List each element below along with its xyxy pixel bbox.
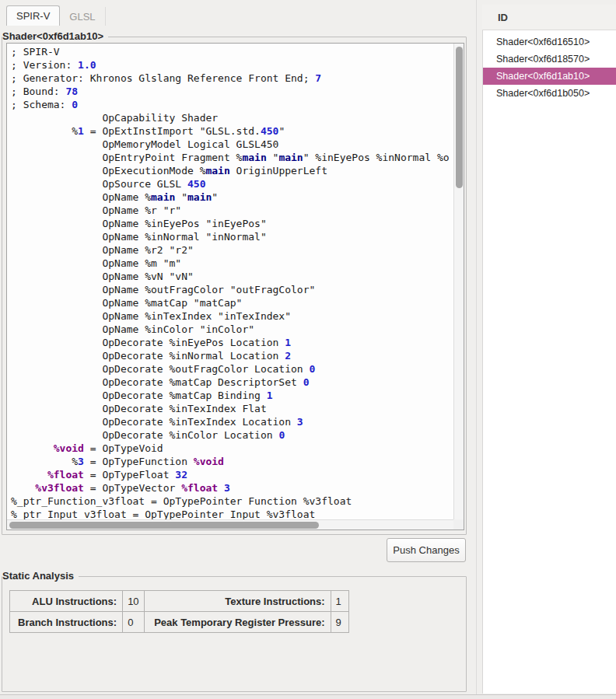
static-analysis-row: ALU Instructions:10Texture Instructions:… [10, 591, 349, 612]
static-analysis-table-body: ALU Instructions:10Texture Instructions:… [10, 591, 349, 633]
shader-id-item[interactable]: Shader<0xf6d18570> [483, 51, 616, 68]
code-line: OpName %inEyePos "inEyePos" [11, 217, 453, 230]
shader-view-tabbar: SPIR-V GLSL [6, 5, 106, 26]
stat-value: 10 [123, 591, 144, 612]
code-line: OpDecorate %inTexIndex Flat [11, 402, 453, 415]
code-line: OpName %main "main" [11, 190, 453, 204]
code-line: OpDecorate %matCap Binding 1 [11, 389, 453, 402]
code-line: %v3float = OpTypeVector %float 3 [11, 481, 453, 495]
shader-id-item[interactable]: Shader<0xf6d16510> [483, 33, 616, 51]
push-changes-button[interactable]: Push Changes [387, 538, 466, 562]
code-line: OpName %inNormal "inNormal" [11, 230, 453, 243]
code-line: OpName %r "r" [11, 204, 453, 217]
pane-splitter[interactable] [476, 0, 477, 694]
code-line: %_ptr_Function_v3float = OpTypePointer F… [11, 495, 453, 508]
code-line: OpDecorate %matCap DescriptorSet 0 [11, 376, 453, 389]
static-analysis-row: Branch Instructions:0Peak Temporary Regi… [10, 612, 349, 633]
spirv-code-editor[interactable]: ; SPIR-V; Version: 1.0; Generator: Khron… [6, 43, 464, 530]
code-horizontal-scrollbar[interactable] [7, 519, 453, 529]
stat-label: Branch Instructions: [10, 612, 123, 633]
stat-label: Texture Instructions: [144, 591, 331, 612]
code-line: OpDecorate %inEyePos Location 1 [11, 336, 453, 349]
code-line: OpName %inTexIndex "inTexIndex" [11, 309, 453, 323]
code-line: ; SPIR-V [11, 45, 453, 58]
code-line: OpDecorate %inColor Location 0 [11, 428, 453, 442]
code-line: %float = OpTypeFloat 32 [11, 468, 453, 481]
tab-spirv[interactable]: SPIR-V [6, 5, 60, 26]
code-line: ; Bound: 78 [11, 85, 453, 98]
stat-label: Peak Temporary Register Pressure: [144, 612, 331, 633]
tab-glsl[interactable]: GLSL [60, 7, 105, 26]
shader-id-list[interactable]: Shader<0xf6d16510>Shader<0xf6d18570>Shad… [482, 30, 616, 694]
code-line: OpName %vN "vN" [11, 270, 453, 283]
stat-value: 1 [331, 591, 348, 612]
static-analysis-title: Static Analysis [2, 570, 79, 582]
code-line: OpName %m "m" [11, 257, 453, 270]
stat-label: ALU Instructions: [10, 591, 123, 612]
shader-id-item[interactable]: Shader<0xf6d1b050> [483, 85, 616, 102]
code-line: OpSource GLSL 450 [11, 177, 453, 190]
code-line: OpName %inColor "inColor" [11, 323, 453, 336]
code-line: %_ptr_Input_v3float = OpTypePointer Inpu… [11, 508, 453, 519]
static-analysis-table: ALU Instructions:10Texture Instructions:… [9, 590, 349, 633]
shader-id-item[interactable]: Shader<0xf6d1ab10> [483, 68, 616, 85]
code-line: ; Version: 1.0 [11, 58, 453, 72]
code-line: OpName %r2 "r2" [11, 243, 453, 257]
stat-value: 0 [123, 612, 144, 633]
id-column-header[interactable]: ID [482, 5, 616, 30]
code-line: OpName %matCap "matCap" [11, 296, 453, 309]
shader-groupbox-title: Shader<0xf6d1ab10> [2, 30, 108, 42]
code-line: OpExecutionMode %main OriginUpperLeft [11, 164, 453, 177]
code-line: OpEntryPoint Fragment %main "main" %inEy… [11, 151, 453, 164]
code-line: OpCapability Shader [11, 111, 453, 124]
stat-value: 9 [331, 612, 348, 633]
code-line: %3 = OpTypeFunction %void [11, 455, 453, 468]
scrollbar-corner [453, 519, 464, 529]
spirv-disassembly[interactable]: ; SPIR-V; Version: 1.0; Generator: Khron… [7, 44, 453, 519]
horizontal-scrollbar-thumb[interactable] [9, 522, 319, 529]
bottom-divider [0, 694, 616, 699]
code-line: ; Generator: Khronos Glslang Reference F… [11, 72, 453, 85]
vertical-scrollbar-thumb[interactable] [456, 47, 463, 188]
code-line: ; Schema: 0 [11, 98, 453, 111]
code-line: OpDecorate %inTexIndex Location 3 [11, 415, 453, 428]
code-line: OpName %outFragColor "outFragColor" [11, 283, 453, 296]
code-line: %void = OpTypeVoid [11, 442, 453, 455]
code-vertical-scrollbar[interactable] [453, 44, 464, 519]
code-line: OpDecorate %outFragColor Location 0 [11, 362, 453, 376]
code-line: %1 = OpExtInstImport "GLSL.std.450" [11, 124, 453, 138]
code-line: OpMemoryModel Logical GLSL450 [11, 138, 453, 151]
code-line: OpDecorate %inNormal Location 2 [11, 349, 453, 362]
